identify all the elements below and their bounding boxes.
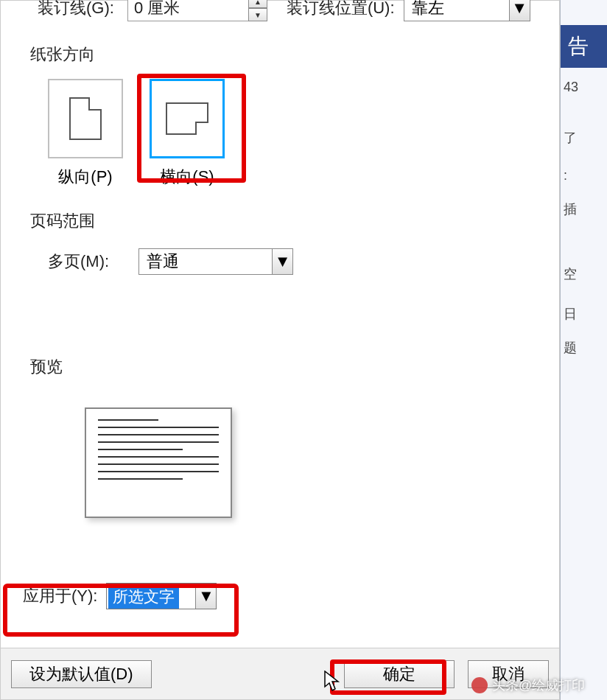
landscape-icon (166, 102, 208, 135)
gutter-spinner[interactable]: ▲ ▼ (127, 0, 267, 21)
gutter-pos-value: 靠左 (404, 0, 469, 19)
side-text: 了 (564, 129, 577, 147)
multipage-value: 普通 (139, 249, 204, 273)
watermark-text: 头条@绘威打印 (492, 676, 585, 694)
set-default-button[interactable]: 设为默认值(D) (11, 660, 152, 688)
apply-to-dropdown[interactable]: 所选文字 ▼ (106, 583, 217, 609)
watermark-icon (471, 677, 488, 693)
dropdown-icon[interactable]: ▼ (509, 0, 530, 21)
side-text: 日 (564, 305, 577, 323)
gutter-input[interactable] (127, 0, 267, 21)
portrait-label: 纵向(P) (48, 166, 123, 188)
blue-tab: 告 (561, 25, 607, 68)
dropdown-icon[interactable]: ▼ (272, 249, 292, 274)
watermark: 头条@绘威打印 (471, 676, 585, 694)
preview-thumbnail (85, 407, 232, 518)
portrait-icon (69, 97, 102, 140)
preview-title: 预览 (30, 356, 538, 378)
apply-to-value: 所选文字 (108, 585, 179, 609)
side-text: 插 (564, 200, 577, 218)
spin-down-icon[interactable]: ▼ (248, 8, 267, 21)
side-text: 空 (564, 265, 577, 283)
gutter-pos-label: 装订线位置(U): (287, 0, 395, 19)
apply-to-label: 应用于(Y): (23, 585, 97, 607)
gutter-pos-dropdown[interactable]: 靠左 ▼ (404, 0, 530, 21)
orientation-title: 纸张方向 (30, 43, 538, 66)
page-setup-dialog: 装订线(G): ▲ ▼ 装订线位置(U): 靠左 ▼ 纸张方向 纵向(P) (0, 0, 560, 700)
spin-up-icon[interactable]: ▲ (248, 0, 267, 8)
right-side-panel: 告 43 了 : 插 空 日 题 (560, 0, 607, 700)
landscape-label: 横向(S) (150, 166, 225, 188)
side-text: 题 (564, 339, 577, 357)
dropdown-icon[interactable]: ▼ (195, 584, 216, 609)
orientation-landscape[interactable]: 横向(S) (150, 79, 225, 188)
ok-button[interactable]: 确定 (344, 660, 455, 688)
orientation-portrait[interactable]: 纵向(P) (48, 79, 123, 188)
gutter-label: 装订线(G): (38, 0, 114, 19)
side-text: : (564, 168, 567, 183)
gutter-row: 装订线(G): ▲ ▼ 装订线位置(U): 靠左 ▼ (38, 0, 538, 21)
spinner-buttons[interactable]: ▲ ▼ (248, 0, 267, 21)
multipage-label: 多页(M): (48, 251, 109, 273)
page-range-title: 页码范围 (30, 210, 538, 232)
side-text: 43 (564, 80, 578, 95)
multipage-dropdown[interactable]: 普通 ▼ (138, 248, 293, 275)
